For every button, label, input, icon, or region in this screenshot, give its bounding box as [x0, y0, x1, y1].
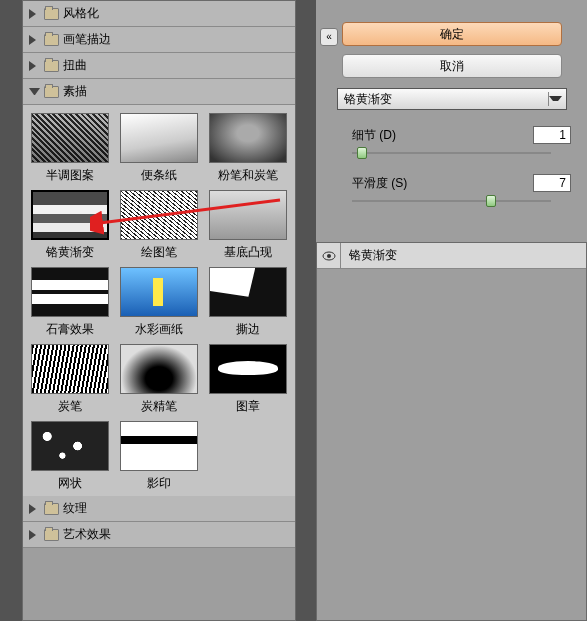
collapse-panel-button[interactable]: « — [320, 28, 338, 46]
param-detail-input[interactable] — [533, 126, 571, 144]
category-label: 扭曲 — [63, 57, 87, 74]
thumb-preview — [120, 421, 198, 471]
thumb-label: 基底凸现 — [224, 244, 272, 261]
thumb-label: 撕边 — [236, 321, 260, 338]
category-label: 纹理 — [63, 500, 87, 517]
chevron-down-icon — [548, 92, 562, 106]
thumb-preview — [209, 190, 287, 240]
folder-icon — [44, 60, 59, 72]
thumb-label: 铬黄渐变 — [46, 244, 94, 261]
disclosure-triangle-icon — [29, 529, 40, 540]
thumb-label: 水彩画纸 — [135, 321, 183, 338]
folder-icon — [44, 34, 59, 46]
disclosure-triangle-icon — [29, 86, 40, 97]
disclosure-triangle-icon — [29, 8, 40, 19]
category-label: 素描 — [63, 83, 87, 100]
thumb-label: 网状 — [58, 475, 82, 492]
param-detail-row: 细节 (D) — [352, 126, 571, 144]
eye-icon — [322, 251, 336, 261]
filter-thumb-torn[interactable]: 撕边 — [206, 267, 289, 338]
visibility-toggle[interactable] — [317, 243, 341, 269]
thumb-label: 影印 — [147, 475, 171, 492]
filter-thumb-graphic[interactable]: 绘图笔 — [118, 190, 201, 261]
filter-thumb-charcoal[interactable]: 炭笔 — [29, 344, 112, 415]
filter-thumb-note[interactable]: 便条纸 — [118, 113, 201, 184]
slider-thumb-icon[interactable] — [486, 195, 496, 207]
thumb-label: 便条纸 — [141, 167, 177, 184]
filter-thumb-chrome[interactable]: 铬黄渐变 — [29, 190, 112, 261]
ok-button[interactable]: 确定 — [342, 22, 562, 46]
thumb-preview — [31, 190, 109, 240]
thumb-label: 炭精笔 — [141, 398, 177, 415]
thumb-label: 半调图案 — [46, 167, 94, 184]
slider-track — [352, 152, 551, 154]
thumb-label: 炭笔 — [58, 398, 82, 415]
category-sketch[interactable]: 素描 — [23, 79, 295, 105]
param-detail-slider[interactable] — [352, 146, 551, 160]
param-smooth-slider[interactable] — [352, 194, 551, 208]
thumb-preview — [120, 190, 198, 240]
filter-thumb-water[interactable]: 水彩画纸 — [118, 267, 201, 338]
slider-thumb-icon[interactable] — [357, 147, 367, 159]
folder-icon — [44, 8, 59, 20]
effect-layer-label: 铬黄渐变 — [341, 247, 397, 264]
filter-thumb-chalk[interactable]: 粉笔和炭笔 — [206, 113, 289, 184]
thumb-preview — [120, 113, 198, 163]
thumb-label: 粉笔和炭笔 — [218, 167, 278, 184]
param-detail-label: 细节 (D) — [352, 127, 533, 144]
filter-thumb-stamp[interactable]: 图章 — [206, 344, 289, 415]
thumb-preview — [31, 267, 109, 317]
filter-thumb-plaster[interactable]: 石膏效果 — [29, 267, 112, 338]
thumb-label: 石膏效果 — [46, 321, 94, 338]
filter-thumb-bas[interactable]: 基底凸现 — [206, 190, 289, 261]
filter-thumb-charcoal2[interactable]: 炭精笔 — [118, 344, 201, 415]
filter-thumb-photocopy[interactable]: 影印 — [118, 421, 201, 492]
disclosure-triangle-icon — [29, 34, 40, 45]
folder-icon — [44, 86, 59, 98]
category-brush-strokes[interactable]: 画笔描边 — [23, 27, 295, 53]
filter-options-panel: 确定 取消 铬黄渐变 细节 (D) 平滑度 (S) — [316, 0, 587, 232]
thumb-preview — [209, 113, 287, 163]
thumb-preview — [209, 344, 287, 394]
effect-layer-row[interactable]: 铬黄渐变 — [317, 243, 586, 269]
filter-category-panel: 风格化 画笔描边 扭曲 素描 半调图案便条纸粉笔和炭笔铬黄渐变绘图笔基底凸现石膏… — [22, 0, 296, 621]
category-texture[interactable]: 纹理 — [23, 496, 295, 522]
thumb-preview — [120, 344, 198, 394]
thumb-preview — [209, 267, 287, 317]
dropdown-selected-label: 铬黄渐变 — [344, 91, 392, 108]
svg-point-1 — [327, 254, 331, 258]
slider-track — [352, 200, 551, 202]
filter-thumb-halftone[interactable]: 半调图案 — [29, 113, 112, 184]
folder-icon — [44, 503, 59, 515]
filter-select-dropdown[interactable]: 铬黄渐变 — [337, 88, 567, 110]
thumb-preview — [120, 267, 198, 317]
thumb-preview — [31, 421, 109, 471]
param-smooth-row: 平滑度 (S) — [352, 174, 571, 192]
disclosure-triangle-icon — [29, 60, 40, 71]
param-smooth-label: 平滑度 (S) — [352, 175, 533, 192]
thumb-label: 图章 — [236, 398, 260, 415]
thumb-label: 绘图笔 — [141, 244, 177, 261]
effect-layers-panel: 铬黄渐变 — [316, 242, 587, 621]
param-smooth-input[interactable] — [533, 174, 571, 192]
category-stylize[interactable]: 风格化 — [23, 1, 295, 27]
disclosure-triangle-icon — [29, 503, 40, 514]
sketch-thumbnails-grid: 半调图案便条纸粉笔和炭笔铬黄渐变绘图笔基底凸现石膏效果水彩画纸撕边炭笔炭精笔图章… — [23, 105, 295, 496]
filter-thumb-retic[interactable]: 网状 — [29, 421, 112, 492]
category-distort[interactable]: 扭曲 — [23, 53, 295, 79]
category-label: 风格化 — [63, 5, 99, 22]
cancel-button[interactable]: 取消 — [342, 54, 562, 78]
category-artistic[interactable]: 艺术效果 — [23, 522, 295, 548]
category-label: 画笔描边 — [63, 31, 111, 48]
thumb-preview — [31, 113, 109, 163]
thumb-preview — [31, 344, 109, 394]
folder-icon — [44, 529, 59, 541]
category-label: 艺术效果 — [63, 526, 111, 543]
